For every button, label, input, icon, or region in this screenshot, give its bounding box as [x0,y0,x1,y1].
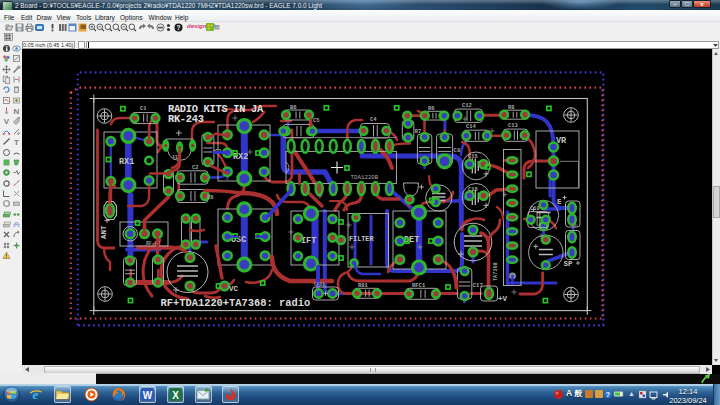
svg-text:X: X [172,390,179,401]
svg-text:C6: C6 [207,194,214,201]
svg-text:C2: C2 [192,164,199,171]
svg-text:IFT: IFT [301,236,316,246]
svg-text:R8: R8 [508,104,515,111]
svg-text:C14: C14 [466,123,477,130]
svg-text:W: W [143,390,153,401]
svg-text:B6: B6 [290,104,297,111]
svg-text:R81: R81 [358,282,369,289]
svg-text:e: e [33,387,39,402]
svg-text:RX2: RX2 [233,152,248,162]
svg-text:C15: C15 [468,153,479,160]
svg-text:C12: C12 [462,102,472,109]
svg-text:VC: VC [229,285,239,293]
svg-text:RFC1: RFC1 [412,282,426,289]
svg-text:?: ? [177,24,181,31]
svg-text:SP: SP [564,260,574,268]
svg-text:C5: C5 [313,117,320,124]
svg-text:C8: C8 [454,147,461,154]
svg-text:RF+TDA1220+TA7368: radio: RF+TDA1220+TA7368: radio [161,297,311,309]
svg-text:TDA1220B: TDA1220B [351,174,379,181]
svg-text:LF01: LF01 [314,282,325,287]
svg-text:RX1: RX1 [119,157,134,167]
svg-text:E: E [557,198,562,206]
svg-text:?: ? [606,391,610,398]
svg-text:ANT: ANT [100,225,108,239]
svg-text:TA7368: TA7368 [493,262,499,281]
svg-text:FILTER: FILTER [349,235,374,243]
svg-text:C4: C4 [370,116,377,123]
svg-text:C13: C13 [508,122,519,129]
svg-text:T: T [14,138,19,147]
svg-text:R6: R6 [428,105,435,112]
svg-text:R7: R7 [415,128,422,135]
svg-text:+V: +V [498,295,508,303]
svg-text:V: V [3,117,9,126]
svg-text:N: N [14,107,20,116]
svg-text:RK-243: RK-243 [168,113,204,125]
svg-text:C10: C10 [530,205,540,212]
svg-text:C16: C16 [468,186,478,193]
svg-text:C1: C1 [140,105,147,112]
